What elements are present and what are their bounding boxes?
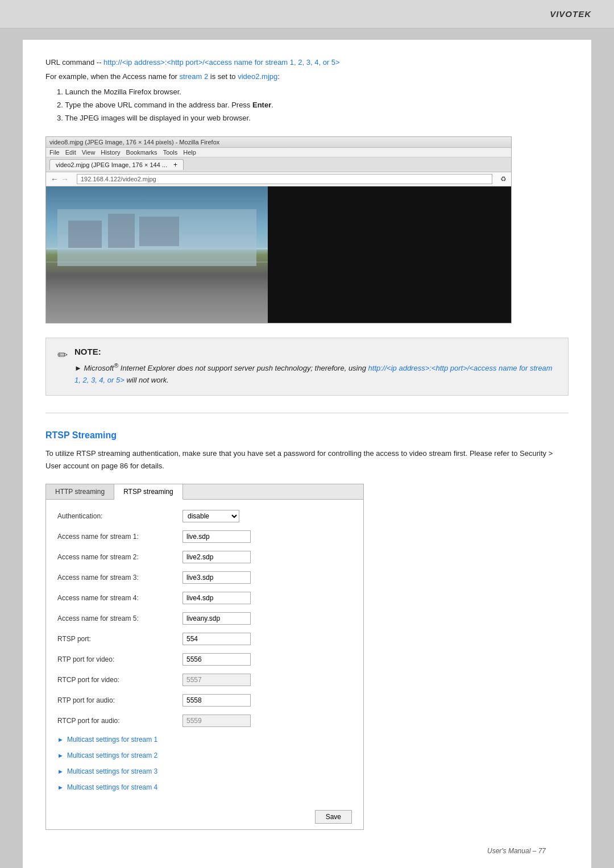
menu-edit[interactable]: Edit [65, 149, 76, 156]
menu-help[interactable]: Help [183, 149, 196, 156]
multicast-arrow-4: ► [57, 784, 64, 791]
example-middle: is set to [208, 72, 238, 81]
form-row-stream2: Access name for stream 2: [57, 549, 352, 565]
footer: User's Manual – 77 [45, 841, 569, 861]
page-number: User's Manual – 77 [487, 847, 546, 855]
multicast-stream4-link[interactable]: ► Multicast settings for stream 4 [57, 781, 352, 794]
note-prefix: Microsoft [84, 364, 114, 372]
form-row-rtcp-video: RTCP port for video: [57, 672, 352, 688]
stream4-label: Access name for stream 4: [57, 594, 182, 602]
rtcp-video-label: RTCP port for video: [57, 676, 182, 684]
rtp-video-input[interactable] [182, 653, 251, 666]
auth-select[interactable]: disable basic digest [182, 510, 239, 522]
multicast-arrow-3: ► [57, 768, 64, 775]
browser-tab[interactable]: video2.mjpg (JPEG Image, 176 × 144 ... + [49, 159, 184, 170]
url-link: http://<ip address>:<http port>/<access … [103, 58, 340, 67]
example-suffix: : [277, 72, 280, 81]
multicast-stream3-label: Multicast settings for stream 3 [67, 767, 157, 775]
tab-label: video2.mjpg (JPEG Image, 176 × 144 ... [56, 161, 167, 168]
video2-value: video2.mjpg [238, 72, 277, 81]
stream1-label: Access name for stream 1: [57, 533, 182, 541]
rtp-audio-label: RTP port for audio: [57, 696, 182, 704]
header: VIVOTEK [0, 0, 614, 28]
browser-dark-area [268, 186, 511, 323]
tab-rtsp-streaming[interactable]: RTSP streaming [114, 484, 183, 500]
save-button[interactable]: Save [315, 810, 352, 824]
form-row-stream5: Access name for stream 5: [57, 610, 352, 626]
browser-titlebar: video8.mjpg (JPEG Image, 176 × 144 pixel… [46, 137, 511, 148]
stream1-input[interactable] [182, 530, 251, 543]
rtsp-port-input[interactable] [182, 633, 251, 645]
stream5-input[interactable] [182, 612, 251, 625]
camera-image [46, 186, 268, 323]
panel-body: Authentication: disable basic digest Acc… [46, 500, 363, 805]
main-content: URL command -- http://<ip address>:<http… [23, 40, 591, 868]
multicast-arrow-2: ► [57, 752, 64, 759]
example-prefix: For example, when the Access name for [45, 72, 180, 81]
form-row-auth: Authentication: disable basic digest [57, 508, 352, 524]
form-row-rtp-audio: RTP port for audio: [57, 692, 352, 708]
form-row-rtp-video: RTP port for video: [57, 651, 352, 667]
menu-view[interactable]: View [82, 149, 96, 156]
browser-title-text: video8.mjpg (JPEG Image, 176 × 144 pixel… [49, 139, 219, 146]
menu-tools[interactable]: Tools [163, 149, 178, 156]
step2-bold: Enter [252, 101, 271, 109]
rtcp-video-input [182, 674, 251, 686]
url-prefix: URL command -- [45, 58, 103, 67]
multicast-stream2-label: Multicast settings for stream 2 [67, 751, 157, 759]
streaming-panel: HTTP streaming RTSP streaming Authentica… [45, 484, 364, 830]
rtsp-section-title: RTSP Streaming [45, 430, 569, 441]
stream3-label: Access name for stream 3: [57, 574, 182, 582]
rtsp-section: RTSP Streaming To utilize RTSP streaming… [45, 430, 569, 830]
page-container: VIVOTEK URL command -- http://<ip addres… [0, 0, 614, 868]
note-main: Internet Explorer does not support serve… [118, 364, 368, 372]
note-sup: ® [114, 362, 118, 369]
tab-plus[interactable]: + [173, 161, 177, 169]
step-1: 1. Launch the Mozilla Firefox browser. [57, 85, 569, 98]
rtcp-audio-input [182, 715, 251, 727]
url-command-line: URL command -- http://<ip address>:<http… [45, 57, 569, 69]
section-divider [45, 413, 569, 413]
url-section: URL command -- http://<ip address>:<http… [45, 57, 569, 125]
rtp-audio-input[interactable] [182, 694, 251, 707]
save-row: Save [46, 805, 363, 829]
step2-text: 2. Type the above URL command in the add… [57, 101, 252, 109]
multicast-stream3-link[interactable]: ► Multicast settings for stream 3 [57, 765, 352, 778]
form-row-stream1: Access name for stream 1: [57, 529, 352, 545]
refresh-icon[interactable]: ♻ [500, 175, 507, 183]
multicast-stream1-link[interactable]: ► Multicast settings for stream 1 [57, 733, 352, 746]
forward-button[interactable]: → [61, 175, 69, 184]
rtcp-audio-label: RTCP port for audio: [57, 717, 182, 725]
stream3-input[interactable] [182, 571, 251, 584]
stream2-link: stream 2 [180, 72, 209, 81]
stream5-label: Access name for stream 5: [57, 614, 182, 622]
note-content: NOTE: ► Microsoft® Internet Explorer doe… [74, 347, 557, 387]
browser-addressbar: ← → ♻ [46, 172, 511, 186]
stream4-input[interactable] [182, 592, 251, 604]
form-row-rtcp-audio: RTCP port for audio: [57, 713, 352, 729]
note-suffix: will not work. [125, 376, 169, 384]
multicast-stream1-label: Multicast settings for stream 1 [67, 736, 157, 744]
menu-bookmarks[interactable]: Bookmarks [126, 149, 157, 156]
form-row-stream4: Access name for stream 4: [57, 590, 352, 606]
note-box: ✏ NOTE: ► Microsoft® Internet Explorer d… [45, 338, 569, 396]
rtsp-port-label: RTSP port: [57, 635, 182, 643]
brand-name: VIVOTEK [550, 9, 591, 19]
tab-rtsp-label: RTSP streaming [123, 488, 173, 496]
note-title: NOTE: [74, 347, 557, 356]
multicast-stream2-link[interactable]: ► Multicast settings for stream 2 [57, 749, 352, 762]
browser-body [46, 186, 511, 323]
note-text: ► Microsoft® Internet Explorer does not … [74, 361, 557, 387]
tab-bar: HTTP streaming RTSP streaming [46, 484, 363, 500]
address-bar[interactable] [77, 174, 492, 184]
browser-mockup: video8.mjpg (JPEG Image, 176 × 144 pixel… [45, 136, 512, 323]
tab-http-label: HTTP streaming [55, 488, 105, 496]
tab-http-streaming[interactable]: HTTP streaming [46, 484, 114, 499]
menu-history[interactable]: History [101, 149, 120, 156]
back-button[interactable]: ← [51, 175, 59, 184]
note-icon: ✏ [57, 348, 68, 363]
stream2-input[interactable] [182, 551, 251, 563]
browser-menubar: File Edit View History Bookmarks Tools H… [46, 148, 511, 157]
step2-suffix: . [271, 101, 273, 109]
menu-file[interactable]: File [49, 149, 60, 156]
